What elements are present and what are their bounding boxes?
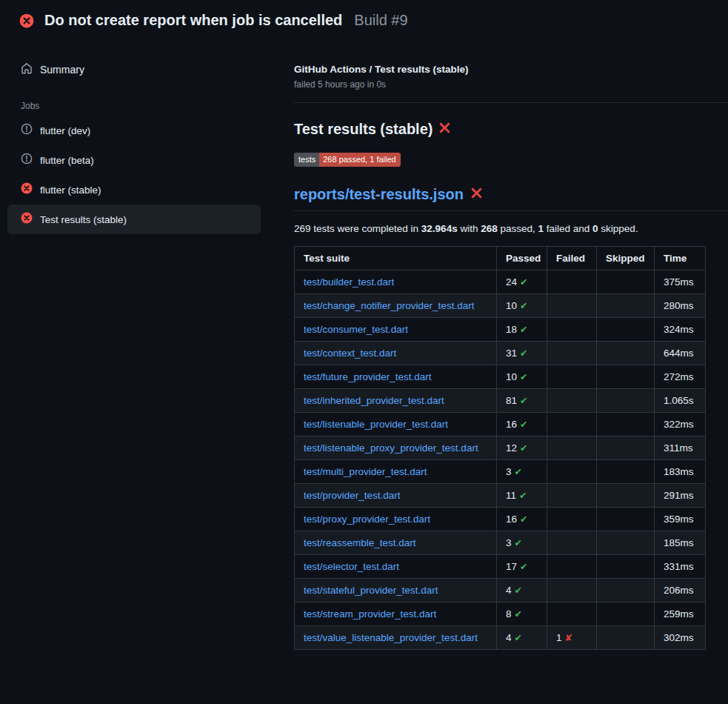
passed-cell: 3✔ xyxy=(497,460,547,484)
failed-count: 1 xyxy=(556,632,562,643)
x-icon: ✘ xyxy=(565,633,572,643)
sidebar-item-flutter-beta[interactable]: flutter (beta) xyxy=(7,145,261,175)
failed-cell xyxy=(547,531,597,555)
failed-status-icon xyxy=(21,182,33,197)
skipped-cell xyxy=(597,270,655,294)
suite-link[interactable]: test/stateful_provider_test.dart xyxy=(304,585,438,596)
passed-count: 3 xyxy=(506,537,512,548)
failed-cell xyxy=(547,342,597,365)
table-header-row: Test suite Passed Failed Skipped Time xyxy=(295,247,706,270)
failed-cell xyxy=(547,318,597,342)
table-row: test/selector_test.dart17✔331ms xyxy=(295,555,706,579)
results-table: Test suite Passed Failed Skipped Time te… xyxy=(294,246,706,650)
time-cell: 183ms xyxy=(655,460,706,484)
failed-cell xyxy=(547,413,597,436)
skipped-cell xyxy=(597,413,655,436)
time-cell: 359ms xyxy=(655,508,706,531)
passed-count: 10 xyxy=(506,371,517,382)
passed-count: 16 xyxy=(506,419,517,430)
passed-cell: 4✔ xyxy=(497,579,547,602)
suite-link[interactable]: test/selector_test.dart xyxy=(304,561,399,572)
neutral-status-icon xyxy=(21,123,33,138)
skipped-cell xyxy=(597,342,655,365)
time-cell: 272ms xyxy=(655,365,706,389)
time-cell: 324ms xyxy=(655,318,706,342)
suite-link[interactable]: test/builder_test.dart xyxy=(304,276,394,288)
failed-cell xyxy=(547,270,597,294)
failed-cell xyxy=(547,484,597,508)
passed-cell: 16✔ xyxy=(497,413,547,436)
failed-cell xyxy=(547,365,597,389)
suite-link[interactable]: test/listenable_proxy_provider_test.dart xyxy=(304,442,478,454)
col-header-passed: Passed xyxy=(497,247,547,270)
suite-cell: test/multi_provider_test.dart xyxy=(295,460,497,484)
skipped-cell xyxy=(597,436,655,460)
check-icon: ✔ xyxy=(515,467,522,477)
neutral-status-icon xyxy=(21,153,33,167)
sidebar-item-summary[interactable]: Summary xyxy=(7,55,261,84)
sidebar-item-label: flutter (dev) xyxy=(40,125,90,136)
time-cell: 291ms xyxy=(655,484,706,508)
skipped-cell xyxy=(597,579,655,602)
check-icon: ✔ xyxy=(515,585,522,596)
suite-link[interactable]: test/change_notifier_provider_test.dart xyxy=(304,300,474,311)
failed-cell xyxy=(547,579,597,602)
time-cell: 259ms xyxy=(655,602,706,626)
suite-link[interactable]: test/proxy_provider_test.dart xyxy=(304,514,430,525)
passed-count: 17 xyxy=(506,561,517,572)
summary-passed: 268 xyxy=(481,223,498,234)
sidebar-item-flutter-stable[interactable]: flutter (stable) xyxy=(7,175,261,205)
passed-cell: 4✔ xyxy=(497,626,547,650)
sidebar-item-flutter-dev[interactable]: flutter (dev) xyxy=(7,116,261,145)
passed-count: 31 xyxy=(506,348,517,359)
suite-link[interactable]: test/provider_test.dart xyxy=(304,490,401,501)
table-row: test/context_test.dart31✔644ms xyxy=(295,342,706,365)
skipped-cell xyxy=(597,389,655,413)
skipped-cell xyxy=(597,294,655,318)
time-cell: 375ms xyxy=(655,270,706,294)
time-cell: 322ms xyxy=(655,413,706,436)
failed-cell xyxy=(547,555,597,579)
check-icon: ✔ xyxy=(520,396,527,406)
skipped-cell xyxy=(597,531,655,555)
section-title-text: Test results (stable) xyxy=(294,121,433,138)
tests-badge: tests 268 passed, 1 failed xyxy=(294,153,401,167)
results-summary: 269 tests were completed in 32.964s with… xyxy=(294,223,728,234)
suite-cell: test/selector_test.dart xyxy=(295,555,497,579)
passed-cell: 16✔ xyxy=(497,508,547,531)
failed-cell xyxy=(547,602,597,626)
time-cell: 206ms xyxy=(655,579,706,602)
failed-cell: 1✘ xyxy=(547,626,597,650)
sidebar-item-test-results-stable[interactable]: Test results (stable) xyxy=(7,205,261,234)
suite-cell: test/change_notifier_provider_test.dart xyxy=(295,294,497,318)
check-icon: ✔ xyxy=(520,372,527,382)
passed-cell: 8✔ xyxy=(497,602,547,626)
suite-link[interactable]: test/inherited_provider_test.dart xyxy=(304,395,444,406)
table-row: test/multi_provider_test.dart3✔183ms xyxy=(295,460,706,484)
skipped-cell xyxy=(597,484,655,508)
passed-count: 8 xyxy=(506,608,512,620)
suite-link[interactable]: test/multi_provider_test.dart xyxy=(304,466,427,477)
passed-cell: 11✔ xyxy=(497,484,547,508)
col-header-failed: Failed xyxy=(547,247,597,270)
table-row: test/value_listenable_provider_test.dart… xyxy=(295,626,706,650)
suite-link[interactable]: test/stream_provider_test.dart xyxy=(304,608,436,620)
suite-link[interactable]: test/reassemble_test.dart xyxy=(304,537,416,548)
suite-link[interactable]: test/listenable_provider_test.dart xyxy=(304,419,448,430)
skipped-cell xyxy=(597,602,655,626)
passed-count: 10 xyxy=(506,300,517,311)
sidebar-item-label: Test results (stable) xyxy=(40,214,127,225)
failed-status-icon xyxy=(21,212,33,227)
table-row: test/stream_provider_test.dart8✔259ms xyxy=(295,602,706,626)
suite-link[interactable]: test/future_provider_test.dart xyxy=(304,371,432,382)
check-icon: ✔ xyxy=(519,491,527,501)
suite-cell: test/reassemble_test.dart xyxy=(295,531,497,555)
suite-link[interactable]: test/context_test.dart xyxy=(304,348,396,359)
suite-link[interactable]: test/consumer_test.dart xyxy=(304,324,408,335)
suite-cell: test/listenable_proxy_provider_test.dart xyxy=(295,436,497,460)
suite-link[interactable]: test/value_listenable_provider_test.dart xyxy=(304,632,478,643)
report-link[interactable]: reports/test-results.json xyxy=(294,186,464,203)
table-row: test/provider_test.dart11✔291ms xyxy=(295,484,706,508)
passed-count: 11 xyxy=(506,490,516,501)
passed-cell: 24✔ xyxy=(497,270,547,294)
